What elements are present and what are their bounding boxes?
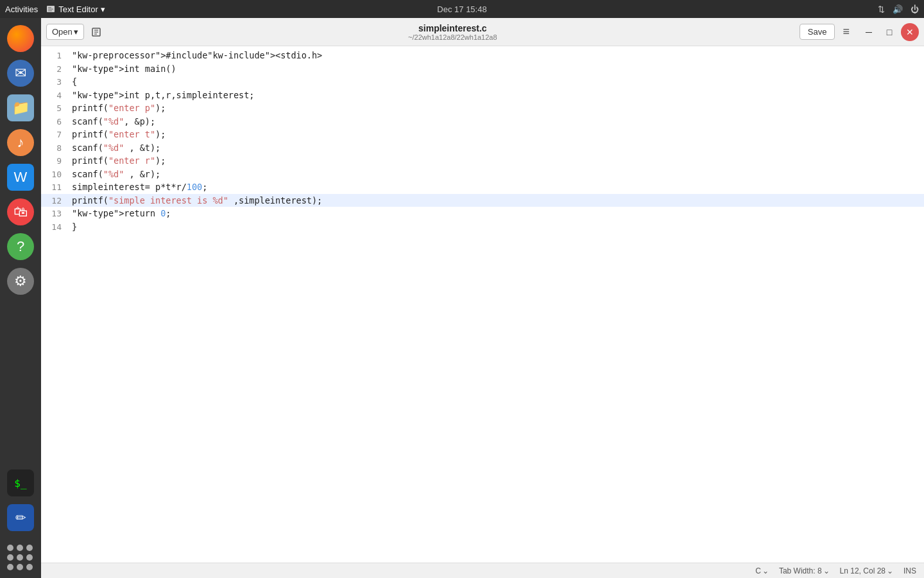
status-language[interactable]: C ⌄: [755, 566, 769, 575]
activities-button[interactable]: Activities: [5, 4, 38, 14]
table-row: 6scanf("%d", &p);: [41, 115, 924, 128]
app-name: Text Editor: [58, 4, 98, 14]
open-button[interactable]: Open ▾: [46, 24, 84, 40]
hamburger-menu-button[interactable]: ≡: [837, 22, 855, 41]
toolbar-filepath: ~/22wh1a12a8/22wh1a12a8: [108, 33, 797, 41]
tabwidth-chevron: ⌄: [823, 566, 830, 575]
table-row: 10scanf("%d" , &r);: [41, 168, 924, 181]
table-row: 12printf("simple interest is %d" ,simple…: [41, 194, 924, 207]
table-row: 11simpleinterest= p*t*r/100;: [41, 180, 924, 194]
table-row: 14}: [41, 220, 924, 234]
table-row: 2"kw-type">int main(): [41, 62, 924, 76]
svg-rect-1: [48, 7, 51, 8]
sidebar-item-notes[interactable]: ✏: [5, 502, 36, 533]
minimize-button[interactable]: ─: [860, 23, 878, 41]
open-label: Open: [52, 27, 73, 37]
svg-rect-2: [48, 9, 53, 10]
status-bar: C ⌄ Tab Width: 8 ⌄ Ln 12, Col 28 ⌄ INS: [41, 563, 924, 578]
table-row: 5printf("enter p");: [41, 101, 924, 115]
network-icon[interactable]: ⇅: [878, 4, 885, 14]
power-icon[interactable]: ⏻: [911, 4, 919, 14]
save-button[interactable]: Save: [800, 24, 835, 40]
cursor-chevron: ⌄: [887, 566, 893, 575]
sidebar-item-thunderbird[interactable]: ✉: [5, 58, 36, 89]
table-row: 4"kw-type">int p,t,r,simpleinterest;: [41, 89, 924, 102]
table-row: 7printf("enter t");: [41, 128, 924, 141]
table-row: 3{: [41, 75, 924, 89]
sidebar-item-rhythmbox[interactable]: ♪: [5, 127, 36, 158]
code-editor[interactable]: 1"kw-preprocessor">#include"kw-include">…: [41, 46, 924, 563]
svg-rect-3: [48, 10, 52, 12]
restore-button[interactable]: □: [880, 23, 898, 41]
table-row: 9printf("enter r");: [41, 154, 924, 168]
window-controls: ─ □ ✕: [860, 23, 919, 41]
recent-files-button[interactable]: [87, 24, 106, 40]
sidebar-item-firefox[interactable]: [5, 23, 36, 54]
sidebar-item-files[interactable]: 📁: [5, 92, 36, 123]
topbar-right-icons: ⇅ 🔊 ⏻: [878, 4, 919, 14]
sidebar: ✉ 📁 ♪ W 🛍 ? ⚙ $_ ✏: [0, 18, 41, 578]
sidebar-item-libreoffice[interactable]: W: [5, 162, 36, 193]
status-cursor[interactable]: Ln 12, Col 28 ⌄: [840, 566, 893, 575]
sidebar-item-terminal[interactable]: $_: [5, 468, 36, 498]
table-row: 1"kw-preprocessor">#include"kw-include">…: [41, 49, 924, 62]
toolbar-title: simpleinterest.c ~/22wh1a12a8/22wh1a12a8: [108, 23, 797, 41]
app-menu[interactable]: Text Editor ▾: [46, 4, 105, 14]
open-chevron: ▾: [74, 27, 78, 37]
table-row: 8scanf("%d" , &t);: [41, 141, 924, 155]
sidebar-item-help[interactable]: ?: [5, 231, 36, 262]
language-chevron: ⌄: [762, 566, 769, 575]
app-menu-chevron: ▾: [101, 4, 105, 14]
editor-container: Open ▾ simpleinterest.c ~/22wh1a12a8/22w…: [41, 18, 924, 578]
editor-toolbar: Open ▾ simpleinterest.c ~/22wh1a12a8/22w…: [41, 18, 924, 46]
close-button[interactable]: ✕: [901, 23, 919, 41]
table-row: 13"kw-type">return 0;: [41, 207, 924, 220]
topbar: Activities Text Editor ▾ Dec 17 15:48 ⇅ …: [0, 0, 924, 18]
toolbar-filename: simpleinterest.c: [108, 23, 797, 33]
volume-icon[interactable]: 🔊: [893, 4, 903, 14]
status-mode: INS: [903, 566, 916, 575]
topbar-datetime: Dec 17 15:48: [437, 4, 486, 14]
sidebar-item-settings[interactable]: ⚙: [5, 266, 36, 297]
status-tab-width[interactable]: Tab Width: 8 ⌄: [779, 566, 830, 575]
sidebar-item-apps[interactable]: [5, 542, 36, 573]
sidebar-item-software[interactable]: 🛍: [5, 197, 36, 227]
